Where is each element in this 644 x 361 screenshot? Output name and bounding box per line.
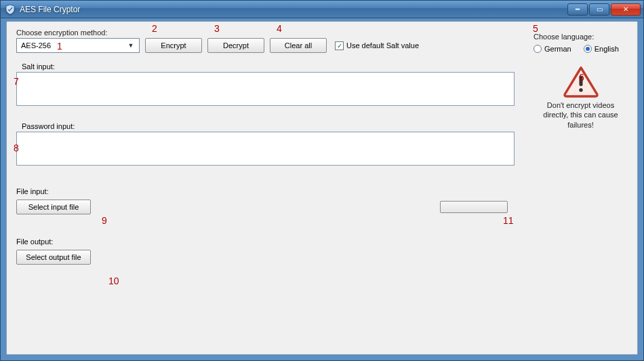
app-title: AES File Cryptor [20,5,566,14]
use-default-salt-label: Use default Salt value [346,41,419,50]
radio-dot [534,45,542,53]
app-window: AES File Cryptor ━ ▭ ✕ Choose encryption… [0,0,644,361]
select-input-file-button[interactable]: Select input file [16,200,91,214]
file-input-label: File input: [16,187,515,195]
language-german-label: German [544,45,571,53]
close-button[interactable]: ✕ [611,3,641,16]
svg-rect-0 [579,76,582,86]
titlebar[interactable]: AES File Cryptor ━ ▭ ✕ [1,1,643,18]
encrypt-button[interactable]: Encrypt [145,38,202,53]
file-output-label: File output: [16,238,515,246]
annotation-10: 10 [108,276,119,286]
warning-icon [563,65,599,98]
minimize-button[interactable]: ━ [567,3,588,16]
choose-language-label: Choose language: [534,33,628,41]
use-default-salt-checkbox[interactable]: ✓ [335,41,344,50]
salt-input-label: Salt input: [22,62,515,71]
maximize-button[interactable]: ▭ [589,3,609,16]
shield-icon [5,4,16,15]
progress-bar [440,201,508,213]
warning-text: Don't encrypt videos directly, this can … [534,100,628,130]
language-german-radio[interactable]: German [534,45,571,53]
chevron-down-icon: ▼ [125,42,136,49]
encryption-method-select[interactable]: AES-256 ▼ [16,38,140,53]
clear-all-button[interactable]: Clear all [270,38,327,53]
encryption-method-value: AES-256 [21,41,51,50]
encryption-method-label: Choose encryption method: [16,28,515,37]
language-english-radio[interactable]: English [584,45,619,53]
decrypt-button[interactable]: Decrypt [207,38,264,53]
client-area: Choose encryption method: AES-256 ▼ Encr… [6,21,638,355]
password-input[interactable] [16,132,515,166]
svg-point-1 [579,88,582,92]
password-input-label: Password input: [22,122,515,130]
language-english-label: English [595,45,619,53]
salt-input[interactable] [16,72,515,106]
radio-dot [584,45,592,53]
window-controls: ━ ▭ ✕ [566,3,641,16]
select-output-file-button[interactable]: Select output file [16,250,91,265]
